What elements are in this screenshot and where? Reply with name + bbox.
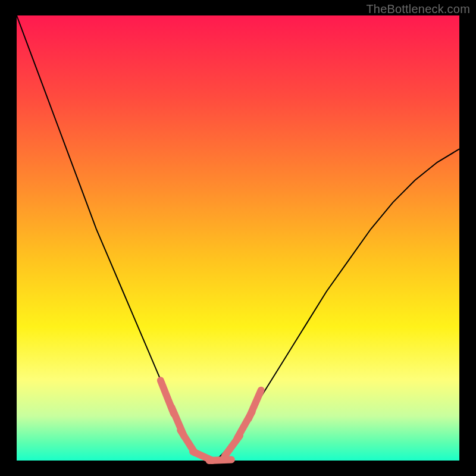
watermark-text: TheBottleneck.com xyxy=(366,2,470,16)
bottleneck-chart xyxy=(0,0,476,476)
chart-frame: TheBottleneck.com xyxy=(0,0,476,476)
valley-highlight-segment xyxy=(209,460,231,461)
plot-background xyxy=(17,15,459,461)
